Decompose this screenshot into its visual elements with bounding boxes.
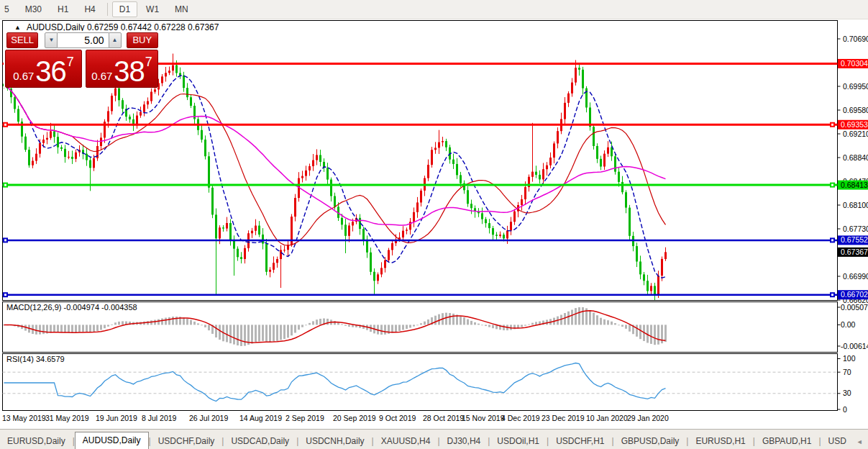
rsi-scale-label: 30 — [843, 389, 851, 397]
tab-xauusd-h4[interactable]: XAUUSD,H4 — [374, 433, 438, 449]
tab-gbpusd-daily[interactable]: GBPUSD,Daily — [614, 433, 687, 449]
price-tick-label: 0.70690 — [843, 35, 868, 43]
date-tick-label: 15 Nov 2019 — [462, 414, 505, 422]
tab-usdoil-h1[interactable]: USDOil,H1 — [490, 433, 547, 449]
buy-price-display[interactable]: 0.67387 — [86, 50, 158, 88]
sell-price-big-digits: 36 — [35, 57, 66, 86]
chart-tab-bar: EURUSD,Daily|AUDUSD,Daily|USDCHF,Daily|U… — [0, 429, 868, 449]
tab-eurusd-daily[interactable]: EURUSD,Daily — [0, 433, 73, 449]
price-line-marker-label: 0.67552 — [841, 235, 868, 244]
buy-price-prefix: 0.67 — [91, 70, 112, 82]
price-tick-label: 0.67730 — [843, 224, 868, 233]
tab-usdchf-h1[interactable]: USDCHF,H1 — [549, 433, 611, 449]
one-click-trade-panel: SELL ▼ 5.00 ▲ BUY 0.67367 0.67387 — [4, 31, 158, 88]
rsi-label: RSI(14) 34.6579 — [6, 355, 65, 363]
volume-input[interactable]: 5.00 — [58, 32, 108, 48]
date-tick-label: 10 Jan 2020 — [586, 414, 628, 422]
tab-eurusd-h1[interactable]: EURUSD,H1 — [688, 433, 752, 449]
price-tick-label: 0.68100 — [843, 201, 868, 209]
price-line-marker-label: 0.69353 — [841, 120, 868, 129]
tab-usdcnh-daily[interactable]: USDCNH,Daily — [298, 433, 371, 449]
buy-button[interactable]: BUY — [127, 32, 158, 48]
price-line-marker-label: 0.68413 — [841, 181, 868, 189]
price-tick-label: 0.69210 — [843, 130, 868, 138]
price-line-marker-label: 0.66702 — [841, 290, 868, 299]
date-tick-label: 29 Jan 2020 — [627, 414, 669, 422]
price-tick-label: 0.66990 — [843, 272, 868, 281]
current-price-label: 0.67367 — [841, 248, 868, 256]
price-tick-label: 0.69950 — [843, 82, 868, 91]
sell-price-pip-digit: 7 — [67, 55, 74, 70]
tab-usdcad-daily[interactable]: USDCAD,Daily — [224, 433, 296, 449]
macd-label: MACD(12,26,9) -0.004974 -0.004358 — [6, 303, 137, 312]
tab-scroll-left-icon[interactable]: ◄ — [854, 435, 866, 449]
trading-app-window: 5M30H1H4D1W1MN 0.706900.703200.699500.69… — [0, 0, 868, 449]
macd-scale-label: -0.006149 — [841, 342, 868, 350]
tab-usd[interactable]: USD — [821, 433, 854, 449]
tab-usdchf-daily[interactable]: USDCHF,Daily — [151, 433, 222, 449]
sell-price-prefix: 0.67 — [13, 70, 34, 82]
volume-decrease-button[interactable]: ▼ — [45, 32, 58, 48]
rsi-scale-label: 0 — [843, 405, 847, 414]
rsi-scale-label: 70 — [843, 368, 851, 376]
macd-scale-label: 0.00 — [841, 320, 856, 329]
sell-button[interactable]: SELL — [6, 32, 38, 48]
date-tick-label: 26 Jul 2019 — [189, 414, 228, 422]
date-tick-label: 9 Oct 2019 — [379, 414, 416, 422]
sell-price-display[interactable]: 0.67367 — [5, 50, 82, 88]
date-tick-label: 28 Oct 2019 — [423, 414, 464, 422]
tab-dj30-h4[interactable]: DJ30,H4 — [440, 433, 488, 449]
price-tick-label: 0.68840 — [843, 153, 868, 162]
date-tick-label: 19 Jun 2019 — [96, 414, 137, 422]
buy-price-pip-digit: 7 — [145, 55, 152, 70]
price-line-marker-label: 0.70304 — [841, 59, 868, 68]
date-tick-label: 8 Jul 2019 — [142, 414, 177, 422]
rsi-scale-label: 100 — [843, 354, 856, 363]
collapse-panel-icon[interactable]: ▲ — [14, 24, 21, 31]
tab-gbpaud-h1[interactable]: GBPAUD,H1 — [755, 433, 818, 449]
date-axis: 13 May 201931 May 201919 Jun 20198 Jul 2… — [2, 414, 669, 422]
date-tick-label: 23 Dec 2019 — [542, 414, 585, 422]
macd-scale-label: 0.005076 — [841, 303, 868, 312]
buy-price-big-digits: 38 — [114, 57, 145, 86]
price-axis: 0.706900.703200.699500.695800.692100.688… — [838, 35, 868, 414]
date-tick-label: 14 Aug 2019 — [239, 414, 282, 422]
date-tick-label: 20 Sep 2019 — [333, 414, 376, 422]
volume-increase-button[interactable]: ▲ — [109, 32, 122, 48]
date-tick-label: 31 May 2019 — [45, 414, 89, 422]
tab-audusd-daily[interactable]: AUDUSD,Daily — [75, 432, 149, 449]
date-tick-label: 13 May 2019 — [2, 414, 46, 422]
date-tick-label: 4 Dec 2019 — [501, 414, 540, 422]
price-tick-label: 0.69580 — [843, 106, 868, 114]
date-tick-label: 2 Sep 2019 — [285, 414, 324, 422]
